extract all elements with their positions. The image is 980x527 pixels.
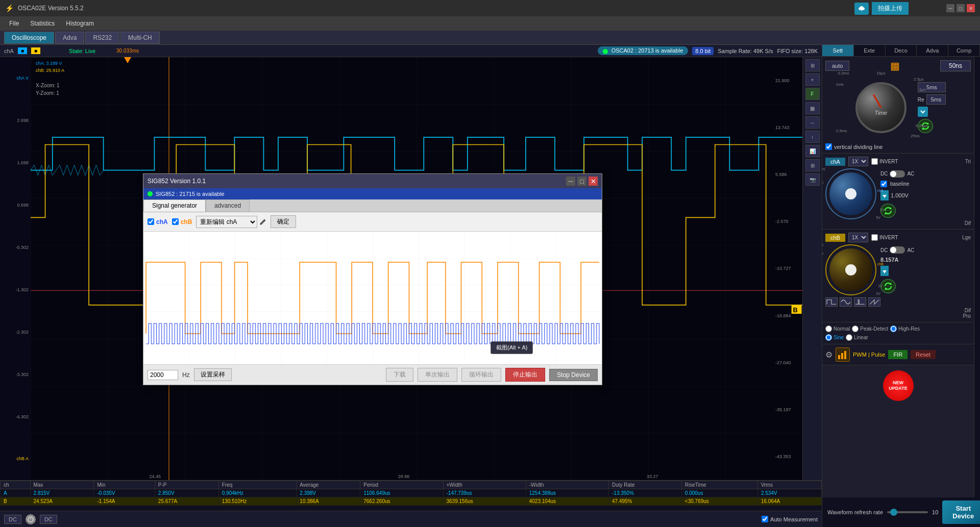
minimize-btn[interactable]: ─ — [946, 4, 954, 12]
sig-edit-select[interactable]: 重新编辑 chA — [196, 216, 257, 228]
channel-icon[interactable] — [26, 514, 36, 524]
title-bar-controls[interactable]: ─ □ ✕ — [946, 4, 975, 12]
dc-btn-right[interactable]: DC — [40, 515, 57, 524]
rp-tab-sett[interactable]: Sett — [822, 45, 854, 56]
cha-multiplier-select[interactable]: 1X — [848, 157, 868, 166]
loop-output-btn[interactable]: 循环输出 — [461, 368, 501, 382]
shape-sine[interactable] — [840, 297, 852, 307]
auto-meas-check[interactable] — [762, 516, 768, 522]
auto-btn[interactable]: auto — [825, 61, 849, 71]
sig-maximize-btn[interactable]: □ — [577, 177, 586, 186]
maximize-btn[interactable]: □ — [957, 4, 965, 12]
chb-knob[interactable] — [829, 248, 872, 291]
cloud-icon[interactable] — [854, 3, 869, 15]
normal-radio[interactable] — [825, 325, 832, 332]
rp-tab-comp[interactable]: Comp — [948, 45, 980, 56]
stop-device-btn[interactable]: Stop Device — [549, 369, 598, 381]
stop-output-btn[interactable]: 停止输出 — [505, 368, 545, 382]
right-scrollbar[interactable] — [974, 57, 980, 497]
fir-btn[interactable]: FIR — [888, 350, 908, 359]
chb-refresh-btn[interactable] — [880, 279, 896, 293]
vert-line-checkbox[interactable] — [825, 143, 832, 150]
start-device-btn[interactable]: Start Device — [942, 500, 980, 524]
tab-adva[interactable]: Adva — [55, 32, 84, 44]
sig-confirm-btn[interactable]: 确定 — [271, 215, 296, 228]
sig-close-btn[interactable]: ✕ — [589, 177, 598, 186]
add-btn[interactable]: ⊞ — [805, 159, 820, 171]
update-badge[interactable]: NEW UPDATE — [883, 370, 914, 401]
menu-file[interactable]: File — [4, 18, 24, 29]
svg-rect-15 — [838, 355, 840, 359]
screenshot-btn[interactable]: 📷 — [805, 173, 820, 186]
time-arrow-btn[interactable] — [918, 107, 928, 117]
shape-ramp[interactable] — [868, 297, 880, 307]
sine-radio[interactable] — [825, 334, 832, 341]
menu-statistics[interactable]: Statistics — [25, 18, 60, 29]
grid-btn[interactable]: ▦ — [805, 102, 820, 114]
chb-scale-1: 0.2V — [822, 243, 823, 247]
sig-cha-checkbox[interactable] — [148, 218, 154, 225]
sig-waveform[interactable]: 截图(Alt + A) 截图(Alt + A) — [143, 232, 602, 364]
download-btn[interactable]: 下载 — [386, 368, 413, 382]
row-b-freq: 130.510Hz — [218, 497, 297, 506]
chb-knob-wrap: 0.2V 0.5V chB 1V 2V — [825, 244, 876, 295]
chb-arrow-btn[interactable] — [880, 266, 889, 276]
row-a-pp: 2.850V — [155, 489, 218, 497]
refresh-slider[interactable] — [887, 511, 928, 513]
cha-header: chA 1X INVERT Tri — [825, 157, 971, 166]
chb-current-value: 8.157A — [880, 257, 971, 263]
sig-titlebar-controls[interactable]: ─ □ ✕ — [566, 177, 598, 186]
close-btn[interactable]: ✕ — [967, 4, 975, 12]
peak-detect-radio[interactable] — [852, 325, 859, 332]
tab-oscilloscope[interactable]: Oscilloscope — [4, 32, 54, 44]
rp-tab-adva[interactable]: Adva — [917, 45, 948, 56]
sig-chb-checkbox[interactable] — [172, 218, 179, 225]
grid-icon[interactable]: ▦ — [890, 60, 900, 72]
sig-minimize-btn[interactable]: ─ — [566, 177, 575, 186]
chb-coupling-toggle[interactable] — [890, 246, 905, 254]
v-cursor-btn[interactable]: ↕ — [805, 131, 820, 143]
shape-square[interactable] — [825, 297, 838, 307]
time-section: auto ▦ 50ns 10μs 2.5μs 1μs 0.25μs — [822, 57, 974, 154]
gear-icon[interactable]: ⚙ — [825, 350, 832, 360]
h-cursor-btn[interactable]: ↔ — [805, 116, 820, 129]
zoom-fit-btn[interactable]: ⊞ — [805, 59, 820, 71]
chb-btn[interactable]: chB — [825, 234, 845, 242]
rp-tab-deco[interactable]: Deco — [886, 45, 917, 56]
y-axis-right: 21.900 13.743 5.586 -2.570 -10.727 -18.8… — [774, 57, 802, 480]
cha-knob[interactable] — [829, 172, 872, 215]
cha-invert-checkbox[interactable] — [871, 158, 878, 165]
linear-radio[interactable] — [846, 334, 852, 341]
sig-tab-advanced[interactable]: advanced — [206, 199, 250, 212]
row-b-max: 24.523A — [30, 497, 94, 506]
chb-multiplier-select[interactable]: 1X — [848, 233, 868, 242]
chb-ac-label: AC — [907, 247, 914, 253]
menu-histogram[interactable]: Histogram — [61, 18, 99, 29]
refresh-label: Waveform refresh rate — [827, 509, 883, 515]
cha-baseline-row: baseline — [880, 181, 971, 187]
f-btn[interactable]: F — [805, 88, 820, 100]
sig-tab-generator[interactable]: Signal generator — [143, 199, 206, 212]
dc-btn-left[interactable]: DC — [4, 515, 21, 524]
high-res-radio[interactable] — [890, 325, 897, 332]
rp-tab-exte[interactable]: Exte — [854, 45, 886, 56]
settings-btn[interactable]: 设置采样 — [194, 368, 232, 381]
cha-btn[interactable]: chA — [825, 158, 845, 166]
reset-btn[interactable]: Reset — [911, 350, 936, 359]
time-5ms-btn[interactable]: 5ms — [926, 94, 946, 105]
freq-input[interactable] — [148, 370, 178, 380]
cha-right-controls: DC AC baseline — [880, 170, 971, 218]
upload-btn[interactable]: 拍摄上传 — [872, 2, 909, 15]
tab-rs232[interactable]: RS232 — [85, 32, 119, 44]
cha-baseline-check[interactable] — [880, 181, 887, 187]
single-output-btn[interactable]: 单次输出 — [418, 368, 457, 382]
chb-invert-checkbox[interactable] — [871, 234, 878, 241]
zoom-in-btn[interactable]: + — [805, 73, 820, 86]
chart-icon-btn[interactable] — [836, 347, 850, 362]
tab-multi-ch[interactable]: Multi-CH — [120, 32, 160, 44]
measure-btn[interactable]: 📊 — [805, 145, 820, 157]
rp-main[interactable]: auto ▦ 50ns 10μs 2.5μs 1μs 0.25μs — [822, 57, 974, 497]
cha-coupling-toggle[interactable] — [890, 170, 905, 178]
shape-pulse[interactable] — [854, 297, 866, 307]
time-knob[interactable]: Time — [855, 82, 906, 133]
